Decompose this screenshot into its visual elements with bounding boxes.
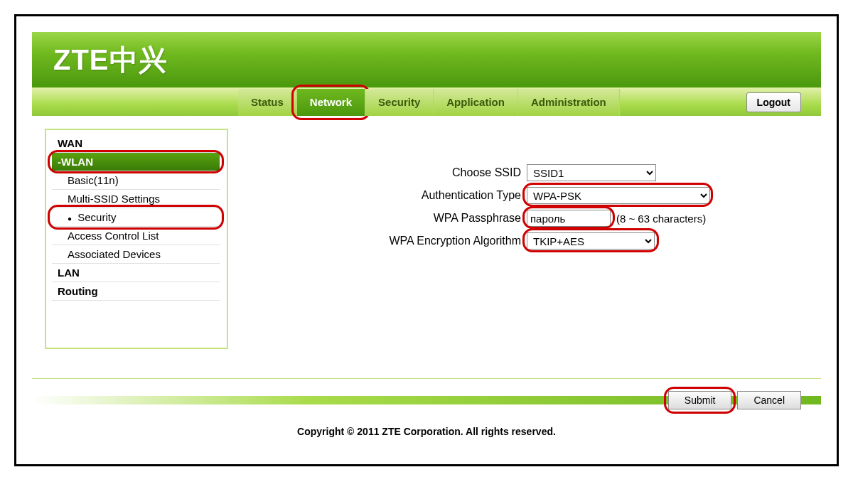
tab-administration[interactable]: Administration xyxy=(518,89,620,116)
submit-button[interactable]: Submit xyxy=(668,391,732,409)
row-wpa-pass: WPA Passphrase (8 ~ 63 characters) xyxy=(271,210,800,227)
cancel-button[interactable]: Cancel xyxy=(737,391,801,409)
hint-wpa-pass: (8 ~ 63 characters) xyxy=(616,213,706,225)
row-wpa-enc: WPA Encryption Algorithm TKIP+AES xyxy=(271,232,800,250)
sidebar-item-routing[interactable]: Routing xyxy=(52,282,220,301)
label-choose-ssid: Choose SSID xyxy=(271,166,527,179)
logout-button[interactable]: Logout xyxy=(746,92,801,112)
content: WAN -WLAN Basic(11n) Multi-SSID Settings… xyxy=(32,116,821,379)
sidebar: WAN -WLAN Basic(11n) Multi-SSID Settings… xyxy=(45,129,228,349)
header: ZTE中兴 xyxy=(32,32,821,87)
tab-status[interactable]: Status xyxy=(238,89,297,116)
label-wpa-pass: WPA Passphrase xyxy=(271,212,527,225)
annotation-ring xyxy=(48,205,224,230)
tab-security[interactable]: Security xyxy=(365,89,434,116)
row-auth-type: Authentication Type WPA-PSK xyxy=(271,187,800,204)
action-bar: Submit Cancel xyxy=(32,386,821,414)
navbar: Status Network Security Application Admi… xyxy=(32,87,821,116)
tab-network-label: Network xyxy=(310,96,352,108)
label-wpa-enc: WPA Encryption Algorithm xyxy=(271,235,527,247)
label-auth-type: Authentication Type xyxy=(271,189,527,202)
sidebar-item-label: Security xyxy=(77,211,116,223)
sidebar-item-wan[interactable]: WAN xyxy=(52,134,220,153)
sidebar-item-label: -WLAN xyxy=(58,156,93,168)
footer-text: Copyright © 2011 ZTE Corporation. All ri… xyxy=(32,414,821,449)
select-ssid[interactable]: SSID1 xyxy=(527,164,656,181)
main-panel: Choose SSID SSID1 Authentication Type WP… xyxy=(250,129,821,378)
sidebar-item-security[interactable]: Security xyxy=(52,208,220,227)
select-auth-type[interactable]: WPA-PSK xyxy=(527,187,710,204)
app-frame: ZTE中兴 Status Network Security Applicatio… xyxy=(14,14,839,466)
sidebar-item-acl[interactable]: Access Control List xyxy=(52,227,220,245)
row-choose-ssid: Choose SSID SSID1 xyxy=(271,164,800,181)
tab-application[interactable]: Application xyxy=(434,89,518,116)
sidebar-item-assoc[interactable]: Associated Devices xyxy=(52,245,220,264)
brand-logo: ZTE中兴 xyxy=(53,41,168,80)
sidebar-item-basic[interactable]: Basic(11n) xyxy=(52,171,220,190)
sidebar-item-lan[interactable]: LAN xyxy=(52,264,220,282)
tab-network[interactable]: Network xyxy=(297,89,365,116)
sidebar-item-wlan[interactable]: -WLAN xyxy=(52,153,220,171)
sidebar-item-multissid[interactable]: Multi-SSID Settings xyxy=(52,190,220,208)
select-wpa-enc[interactable]: TKIP+AES xyxy=(527,232,655,250)
input-wpa-pass[interactable] xyxy=(527,210,611,227)
